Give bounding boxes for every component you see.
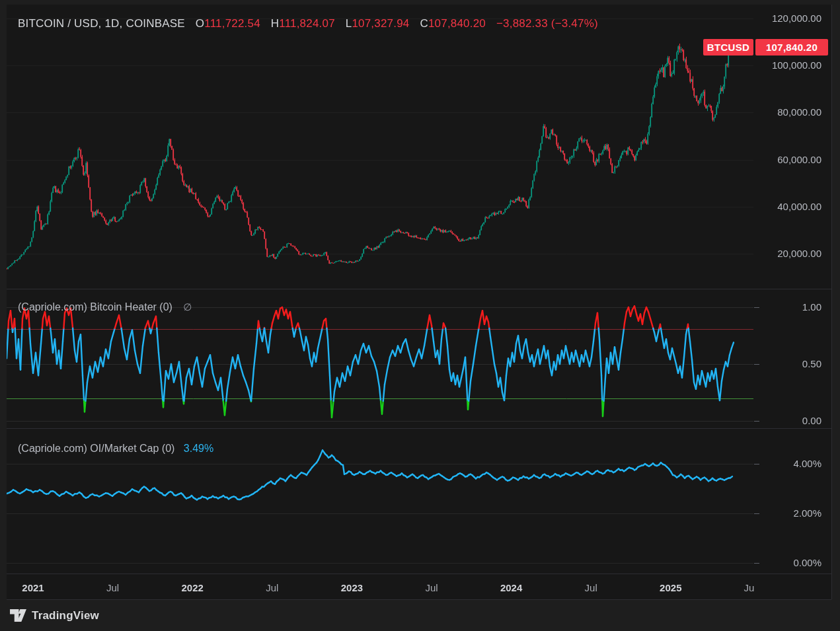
ohlc-low: L107,327.94	[346, 17, 410, 30]
tradingview-brand-text: TradingView	[32, 609, 99, 622]
page: { "header": { "symbol": "BITCOIN / USD, …	[0, 0, 840, 631]
ohlc-close: C107,840.20	[420, 17, 486, 30]
oi-indicator-title[interactable]: (Capriole.com) OI/Market Cap (0)	[18, 443, 174, 454]
ohlc-open: O111,722.54	[196, 17, 260, 30]
close-label: C	[420, 17, 428, 30]
high-value: 111,824.07	[279, 17, 335, 30]
high-label: H	[271, 17, 279, 30]
open-label: O	[196, 17, 204, 30]
symbol-badge-label: BTCUSD	[707, 42, 749, 53]
symbol-legend: BITCOIN / USD, 1D, COINBASE O111,722.54 …	[18, 17, 598, 30]
last-price-badge: 107,840.20	[755, 39, 828, 56]
ohlc-high: H111,824.07	[271, 17, 335, 30]
tradingview-logo[interactable]: TradingView	[9, 608, 99, 623]
low-value: 107,327.94	[352, 17, 409, 30]
last-price-label: 107,840.20	[766, 42, 818, 53]
chart-canvas[interactable]	[0, 0, 840, 631]
close-value: 107,840.20	[428, 17, 486, 30]
heater-empty-value: ∅	[183, 301, 192, 313]
low-label: L	[346, 17, 352, 30]
tradingview-logo-icon	[9, 608, 27, 623]
heater-indicator-legend[interactable]: (Capriole.com) Bitcoin Heater (0) ∅	[18, 301, 192, 313]
symbol-title[interactable]: BITCOIN / USD, 1D, COINBASE	[18, 17, 185, 30]
oi-indicator-value: 3.49%	[184, 443, 213, 454]
change-value: −3,882.33 (−3.47%)	[496, 17, 598, 30]
open-value: 111,722.54	[204, 17, 260, 30]
heater-indicator-title[interactable]: (Capriole.com) Bitcoin Heater (0)	[18, 301, 172, 313]
symbol-badge: BTCUSD	[703, 39, 753, 56]
oi-indicator-legend[interactable]: (Capriole.com) OI/Market Cap (0) 3.49%	[18, 443, 213, 455]
